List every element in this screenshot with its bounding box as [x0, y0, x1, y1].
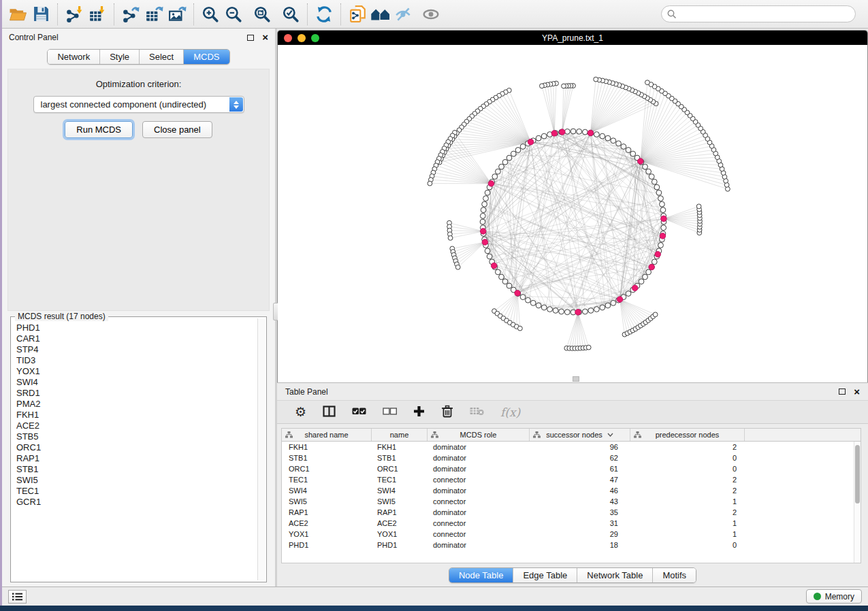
open-folder-icon: [9, 6, 27, 22]
import-table-button[interactable]: [86, 3, 109, 26]
select-all-icon[interactable]: [352, 407, 366, 418]
panel-splitter[interactable]: [275, 29, 277, 587]
tab-node-table[interactable]: Node Table: [449, 568, 514, 582]
table-cell: 35: [530, 508, 630, 516]
import-network-button[interactable]: [63, 3, 86, 26]
mcds-result-item[interactable]: CAR1: [16, 333, 257, 344]
mcds-result-item[interactable]: TEC1: [16, 486, 257, 497]
mcds-result-item[interactable]: FKH1: [16, 410, 257, 420]
table-row[interactable]: RAP1RAP1dominator352: [282, 507, 861, 518]
canvas-splitter-grip[interactable]: [573, 376, 579, 382]
network-canvas[interactable]: [278, 45, 867, 382]
table-cell: SWI5: [282, 497, 372, 506]
table-cell: TEC1: [372, 476, 428, 484]
table-cell: ORC1: [372, 465, 428, 473]
show-panels-button[interactable]: [8, 590, 27, 604]
zoom-out-icon: [225, 5, 242, 23]
search-box[interactable]: [661, 5, 856, 22]
mcds-result-item[interactable]: ACE2: [16, 420, 257, 431]
mcds-list-scrollbar[interactable]: [257, 318, 265, 580]
tab-motifs[interactable]: Motifs: [653, 568, 696, 582]
mcds-result-item[interactable]: SWI4: [16, 377, 257, 388]
network-window-titlebar[interactable]: YPA_prune.txt_1: [278, 31, 867, 45]
hide-selected-button[interactable]: [392, 3, 415, 26]
deselect-all-icon[interactable]: [383, 407, 397, 418]
close-table-panel-icon[interactable]: ×: [854, 389, 860, 395]
table-cell: 2: [630, 508, 745, 516]
save-session-button[interactable]: [29, 3, 52, 26]
criterion-select[interactable]: largest connected component (undirected): [33, 96, 244, 113]
export-network-button[interactable]: [119, 3, 142, 26]
table-cell: 31: [530, 519, 630, 527]
tab-edge-table[interactable]: Edge Table: [513, 568, 577, 582]
show-all-button[interactable]: [419, 3, 443, 26]
mcds-result-item[interactable]: SRD1: [16, 388, 257, 399]
add-column-icon[interactable]: [413, 406, 425, 419]
table-cell: ORC1: [282, 465, 372, 473]
table-row[interactable]: STB1STB1dominator620: [282, 452, 861, 463]
float-table-panel-icon[interactable]: [839, 389, 846, 395]
table-row[interactable]: ACE2ACE2connector311: [282, 518, 861, 529]
mcds-result-item[interactable]: TID3: [16, 355, 257, 366]
table-row[interactable]: YOX1YOX1connector291: [282, 529, 861, 540]
column-header-mcds-role[interactable]: MCDS role: [428, 429, 530, 441]
close-panel-icon[interactable]: ×: [262, 34, 268, 41]
trash-icon: [441, 405, 453, 418]
mcds-result-item[interactable]: SWI5: [16, 475, 257, 486]
table-settings-icon[interactable]: ⚙: [295, 406, 306, 418]
sort-descending-icon: [607, 433, 613, 437]
delete-columns-icon[interactable]: [441, 405, 453, 420]
zoom-out-button[interactable]: [222, 3, 245, 26]
show-columns-icon[interactable]: [323, 406, 336, 419]
float-panel-icon[interactable]: [247, 35, 254, 41]
zoom-in-button[interactable]: [199, 3, 222, 26]
memory-button[interactable]: Memory: [806, 589, 862, 604]
eye-icon: [422, 7, 440, 22]
zoom-selected-button[interactable]: [279, 3, 302, 26]
table-row[interactable]: PHD1PHD1dominator180: [282, 540, 861, 550]
mcds-result-item[interactable]: PHD1: [16, 323, 257, 333]
table-row[interactable]: TEC1TEC1connector472: [282, 474, 861, 485]
export-image-button[interactable]: [165, 3, 189, 26]
mcds-result-group: MCDS result (17 nodes) PHD1CAR1STP4TID3Y…: [10, 316, 267, 582]
tab-mcds[interactable]: MCDS: [184, 50, 229, 64]
tab-network[interactable]: Network: [48, 50, 100, 64]
network-graph[interactable]: [278, 45, 867, 382]
main-area: Control Panel × Network Style Select MCD…: [2, 29, 868, 587]
table-cell: dominator: [428, 454, 530, 462]
apply-layout-button[interactable]: [312, 3, 336, 26]
export-table-button[interactable]: [142, 3, 165, 26]
mcds-result-item[interactable]: ORC1: [16, 442, 257, 453]
mcds-result-item[interactable]: STP4: [16, 344, 257, 355]
column-header-successor-nodes[interactable]: successor nodes: [530, 429, 630, 441]
table-vertical-scrollbar[interactable]: [854, 442, 861, 563]
open-file-button[interactable]: [6, 3, 29, 26]
tab-style[interactable]: Style: [100, 50, 140, 64]
search-input[interactable]: [677, 10, 850, 19]
duplicate-network-button[interactable]: [346, 3, 369, 26]
first-neighbors-button[interactable]: [369, 3, 392, 26]
mcds-result-item[interactable]: RAP1: [16, 453, 257, 464]
mcds-result-list[interactable]: PHD1CAR1STP4TID3YOX1SWI4SRD1PMA2FKH1ACE2…: [11, 317, 257, 582]
zoom-fit-button[interactable]: [251, 3, 274, 26]
run-mcds-button[interactable]: Run MCDS: [65, 121, 133, 138]
table-row[interactable]: ORC1ORC1dominator610: [282, 463, 861, 474]
mcds-result-item[interactable]: YOX1: [16, 366, 257, 377]
zoom-in-icon: [202, 5, 219, 23]
mcds-result-item[interactable]: PMA2: [16, 399, 257, 410]
column-header-shared-name[interactable]: shared name: [282, 429, 372, 441]
close-panel-button[interactable]: Close panel: [142, 121, 212, 138]
table-row[interactable]: FKH1FKH1dominator962: [282, 442, 861, 452]
table-cell: connector: [428, 530, 530, 538]
table-cell: 46: [530, 486, 630, 495]
tab-network-table[interactable]: Network Table: [577, 568, 653, 582]
column-header-predecessor-nodes[interactable]: predecessor nodes: [630, 429, 745, 441]
column-header-name[interactable]: name: [372, 429, 428, 441]
mcds-result-item[interactable]: STB1: [16, 464, 257, 475]
table-row[interactable]: SWI5SWI5connector431: [282, 496, 861, 507]
scrollbar-thumb[interactable]: [855, 445, 860, 503]
mcds-result-item[interactable]: GCR1: [16, 497, 257, 508]
table-row[interactable]: SWI4SWI4dominator462: [282, 485, 861, 496]
mcds-result-item[interactable]: STB5: [16, 431, 257, 442]
tab-select[interactable]: Select: [140, 50, 184, 64]
